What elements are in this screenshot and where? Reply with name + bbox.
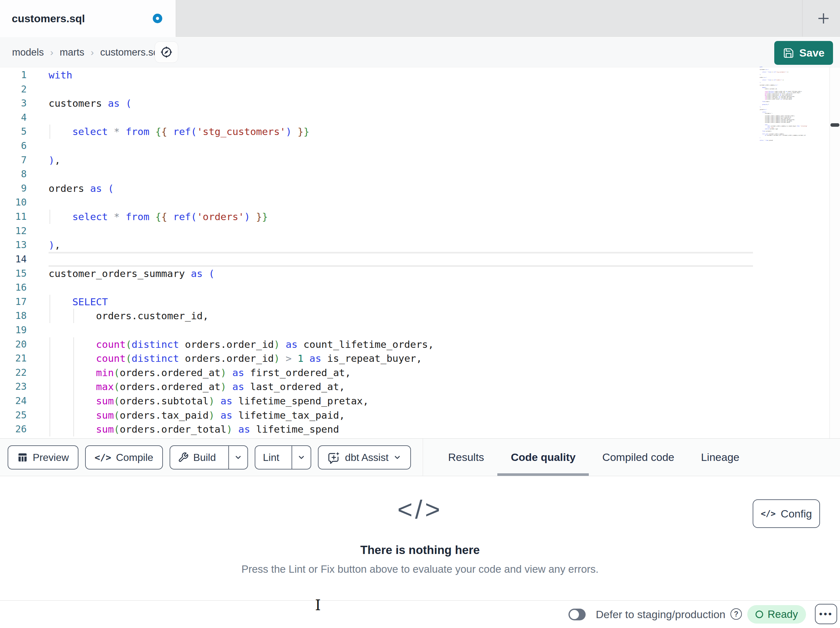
code-line-8[interactable]: 8 (0, 167, 840, 181)
line-number: 20 (0, 337, 27, 352)
editor-toolbar: Preview </> Compile Build Lint (0, 438, 840, 476)
code-line-21[interactable]: 21 count(distinct orders.order_id) > 1 a… (0, 351, 840, 365)
text-cursor-pointer: I (315, 596, 321, 614)
chevron-down-icon (297, 453, 306, 462)
line-number: 6 (0, 139, 27, 153)
line-number: 16 (0, 280, 27, 295)
line-number: 17 (0, 295, 27, 309)
lint-dropdown[interactable] (292, 446, 311, 469)
tab-code-quality[interactable]: Code quality (497, 439, 589, 476)
code-line-24[interactable]: 24 sum(orders.subtotal) as lifetime_spen… (0, 394, 840, 408)
code-line-26[interactable]: 26 sum(orders.order_total) as lifetime_s… (0, 422, 840, 437)
lint-button[interactable]: Lint (255, 445, 311, 470)
line-number: 21 (0, 351, 27, 365)
editor-scrollbar[interactable] (829, 67, 840, 438)
line-number: 12 (0, 224, 27, 238)
breadcrumb-customers-sql[interactable]: customers.sql (100, 47, 161, 58)
code-lines: 1with23customers as (45 select * from {{… (0, 68, 840, 437)
breadcrumb-separator: › (50, 47, 53, 58)
wrench-icon (178, 452, 189, 463)
dbt-ide-window: customers.sql models › marts › customers… (0, 0, 840, 628)
status-badge: Ready (747, 605, 806, 623)
toggle-knob (570, 610, 579, 619)
dbt-assist-label: dbt Assist (345, 452, 388, 463)
line-number: 3 (0, 96, 27, 111)
save-button[interactable]: Save (774, 41, 833, 65)
code-line-20[interactable]: 20 count(distinct orders.order_id) as co… (0, 337, 840, 352)
build-dropdown[interactable] (228, 446, 247, 469)
help-icon[interactable]: ? (730, 608, 742, 620)
ellipsis-icon: ••• (819, 609, 833, 619)
code-line-2[interactable]: 2 (0, 82, 840, 96)
config-button[interactable]: </> Config (753, 499, 820, 528)
code-icon: </> (761, 509, 775, 519)
code-line-15[interactable]: 15customer_orders_summary as ( (0, 267, 840, 281)
line-number: 1 (0, 68, 27, 82)
code-line-18[interactable]: 18 orders.customer_id, (0, 309, 840, 323)
code-line-23[interactable]: 23 max(orders.ordered_at) as last_ordere… (0, 380, 840, 394)
code-line-17[interactable]: 17 SELECT (0, 295, 840, 309)
line-number: 25 (0, 408, 27, 422)
code-line-11[interactable]: 11 select * from {{ ref('orders') }} (0, 210, 840, 224)
compass-icon (160, 46, 173, 59)
code-editor[interactable]: 1with23customers as (45 select * from {{… (0, 67, 840, 438)
line-number: 26 (0, 422, 27, 437)
status-circle-icon (756, 611, 763, 618)
code-line-25[interactable]: 25 sum(orders.tax_paid) as lifetime_tax_… (0, 408, 840, 422)
line-number: 13 (0, 238, 27, 252)
minimap-content: with customers as ( select * from {{ ref… (759, 66, 829, 141)
new-tab-button[interactable] (813, 8, 834, 29)
assist-chat-sparkle-icon (327, 451, 340, 464)
line-number: 18 (0, 309, 27, 323)
explore-lineage-button[interactable] (155, 41, 178, 63)
code-line-3[interactable]: 3customers as ( (0, 96, 840, 111)
breadcrumb-separator: › (90, 47, 94, 58)
result-tabs: Results Code quality Compiled code Linea… (435, 439, 753, 476)
defer-toggle[interactable] (568, 609, 586, 620)
code-line-6[interactable]: 6 (0, 139, 840, 153)
tab-customers-sql[interactable]: customers.sql (0, 0, 176, 37)
toolbar-buttons: Preview </> Compile Build Lint (8, 445, 411, 470)
code-line-12[interactable]: 12 (0, 224, 840, 238)
line-number: 15 (0, 267, 27, 281)
code-line-1[interactable]: 1with (0, 68, 840, 82)
code-line-10[interactable]: 10 (0, 195, 840, 210)
tab-lineage[interactable]: Lineage (688, 439, 753, 476)
empty-state-title: There is nothing here (0, 544, 840, 557)
editor-tab-strip: customers.sql (0, 0, 840, 37)
code-line-4[interactable]: 4 (0, 111, 840, 125)
preview-button[interactable]: Preview (8, 445, 79, 470)
compile-button[interactable]: </> Compile (85, 445, 163, 470)
build-button[interactable]: Build (170, 445, 248, 470)
status-label: Ready (767, 608, 798, 620)
code-line-5[interactable]: 5 select * from {{ ref('stg_customers') … (0, 125, 840, 139)
code-line-7[interactable]: 7), (0, 153, 840, 168)
tab-results[interactable]: Results (435, 439, 497, 476)
line-number: 11 (0, 210, 27, 224)
chevron-down-icon (234, 453, 242, 462)
compile-label: Compile (116, 452, 153, 463)
dbt-assist-button[interactable]: dbt Assist (318, 445, 411, 470)
line-number: 22 (0, 365, 27, 380)
code-icon: </> (95, 452, 111, 463)
code-line-16[interactable]: 16 (0, 280, 840, 295)
preview-label: Preview (33, 452, 69, 463)
code-line-19[interactable]: 19 (0, 323, 840, 337)
chevron-down-icon (393, 453, 401, 462)
editor-scrollbar-thumb[interactable] (831, 123, 839, 127)
line-number: 14 (0, 252, 27, 267)
breadcrumb-models[interactable]: models (12, 47, 44, 58)
overflow-menu-button[interactable]: ••• (815, 604, 837, 624)
lint-main-segment[interactable]: Lint (255, 446, 287, 469)
breadcrumb-bar: models › marts › customers.sql Save (0, 37, 840, 67)
minimap[interactable]: with customers as ( select * from {{ ref… (759, 66, 829, 143)
lint-label: Lint (263, 452, 279, 463)
build-main-segment[interactable]: Build (170, 446, 224, 469)
tab-compiled-code[interactable]: Compiled code (589, 439, 688, 476)
line-number: 9 (0, 181, 27, 196)
code-line-9[interactable]: 9orders as ( (0, 181, 840, 196)
code-line-14[interactable]: 14 (0, 252, 840, 267)
code-line-13[interactable]: 13), (0, 238, 840, 252)
code-line-22[interactable]: 22 min(orders.ordered_at) as first_order… (0, 365, 840, 380)
breadcrumb-marts[interactable]: marts (60, 47, 84, 58)
